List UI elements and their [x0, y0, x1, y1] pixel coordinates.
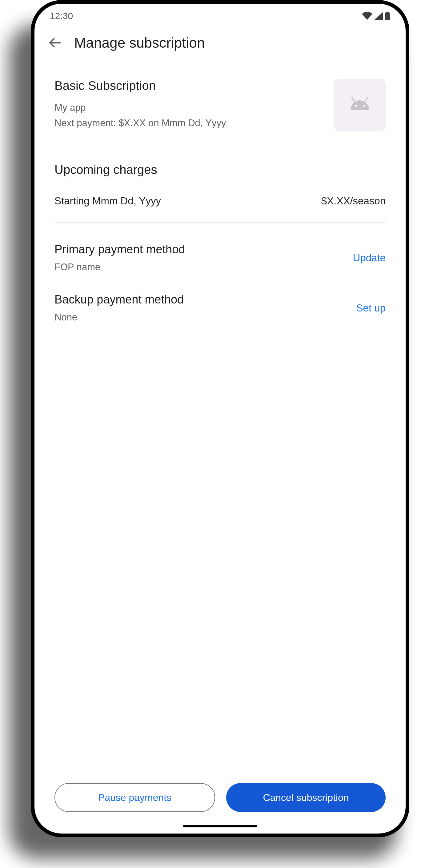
page-title: Manage subscription: [74, 34, 205, 51]
svg-rect-1: [386, 12, 389, 13]
primary-payment-value: FOP name: [55, 261, 185, 273]
back-arrow-icon[interactable]: [48, 36, 62, 50]
app-icon: [334, 79, 386, 130]
pause-payments-button[interactable]: Pause payments: [55, 783, 215, 812]
app-bar: Manage subscription: [34, 28, 406, 60]
nav-handle[interactable]: [183, 825, 257, 827]
subscription-app: My app: [55, 100, 226, 116]
phone-frame: 12:30 Manage subsc: [31, 0, 409, 837]
charge-price: $X.XX/season: [321, 195, 386, 207]
primary-payment-info: Primary payment method FOP name: [55, 243, 185, 273]
wifi-icon: [362, 12, 373, 20]
status-bar: 12:30: [34, 4, 406, 28]
subscription-header: Basic Subscription My app Next payment: …: [55, 60, 386, 146]
screen: 12:30 Manage subsc: [34, 4, 406, 834]
content: Basic Subscription My app Next payment: …: [34, 60, 406, 783]
subscription-next-payment: Next payment: $X.XX on Mmm Dd, Yyyy: [55, 116, 226, 131]
primary-payment-title: Primary payment method: [55, 243, 185, 256]
backup-payment-info: Backup payment method None: [55, 293, 184, 323]
charge-start-date: Starting Mmm Dd, Yyyy: [55, 195, 161, 207]
svg-line-4: [365, 97, 368, 101]
upcoming-charge-row: Starting Mmm Dd, Yyyy $X.XX/season: [55, 177, 386, 222]
svg-rect-0: [385, 12, 390, 20]
svg-point-5: [355, 105, 357, 107]
status-time: 12:30: [50, 11, 73, 21]
android-icon: [348, 97, 372, 113]
battery-icon: [385, 12, 390, 20]
setup-button[interactable]: Set up: [356, 302, 386, 314]
subscription-info: Basic Subscription My app Next payment: …: [55, 79, 226, 130]
svg-point-6: [363, 105, 365, 107]
upcoming-charges-title: Upcoming charges: [55, 163, 386, 177]
status-icons: [362, 12, 390, 20]
backup-payment-value: None: [55, 312, 184, 323]
cancel-subscription-button[interactable]: Cancel subscription: [226, 783, 386, 812]
backup-payment-row: Backup payment method None Set up: [55, 273, 386, 323]
cell-signal-icon: [374, 12, 383, 20]
svg-line-3: [352, 97, 354, 101]
subscription-name: Basic Subscription: [55, 79, 226, 93]
primary-payment-row: Primary payment method FOP name Update: [55, 222, 386, 273]
update-button[interactable]: Update: [353, 252, 386, 264]
backup-payment-title: Backup payment method: [55, 293, 184, 306]
